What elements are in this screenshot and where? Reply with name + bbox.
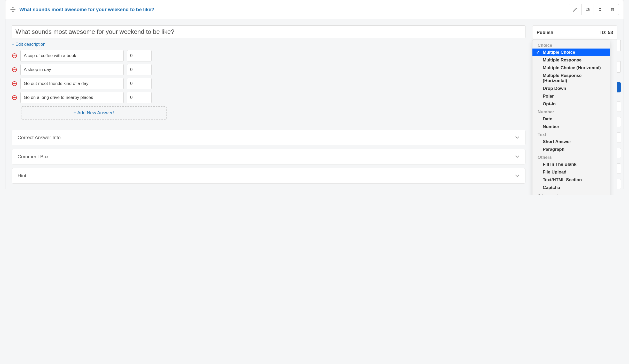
accordion-correct-answer-info[interactable]: Correct Answer Info (12, 130, 525, 145)
hidden-select-edge (617, 61, 621, 73)
answers-list (12, 50, 525, 103)
dropdown-item[interactable]: Multiple Response (532, 56, 610, 64)
accordion-hint[interactable]: Hint (12, 168, 525, 184)
chevron-down-icon (515, 174, 520, 177)
answer-text-input[interactable] (20, 78, 124, 89)
svg-rect-0 (587, 9, 589, 11)
answer-points-input[interactable] (127, 50, 152, 61)
card-header: What sounds most awesome for your weeken… (5, 0, 624, 19)
answer-text-input[interactable] (20, 64, 124, 75)
dropdown-group-label: Choice (532, 41, 610, 49)
dropdown-item[interactable]: Date (532, 115, 610, 123)
dropdown-item[interactable]: Opt-in (532, 100, 610, 108)
hidden-panel-edge (617, 163, 621, 174)
dropdown-item[interactable]: Captcha (532, 184, 610, 192)
dropdown-item[interactable]: Short Answer (532, 138, 610, 146)
duplicate-button[interactable] (581, 4, 594, 15)
dropdown-item[interactable]: Paragraph (532, 146, 610, 153)
remove-circle-icon (12, 67, 17, 73)
main-column: + Edit description (12, 25, 525, 184)
hidden-panel-edge (617, 101, 621, 112)
question-title-input[interactable] (12, 25, 525, 38)
dropdown-item[interactable]: Fill In The Blank (532, 161, 610, 168)
accordion-label: Comment Box (18, 154, 49, 160)
dropdown-item[interactable]: Text/HTML Section (532, 176, 610, 184)
hidden-save-button-edge (617, 82, 621, 92)
delete-button[interactable] (606, 4, 619, 15)
add-answer-button[interactable]: + Add New Answer! (21, 106, 167, 120)
dropdown-item[interactable]: Multiple Response (Horizontal) (532, 72, 610, 85)
svg-rect-1 (586, 8, 588, 10)
question-card: What sounds most awesome for your weeken… (5, 0, 624, 190)
remove-answer-button[interactable] (12, 95, 17, 100)
remove-circle-icon (12, 81, 17, 86)
question-id-label: ID: 53 (600, 30, 613, 35)
hidden-panel-edge (617, 179, 621, 189)
dropdown-group-label: Advanced (532, 192, 610, 195)
card-body: + Edit description (5, 19, 624, 190)
question-title-link[interactable]: What sounds most awesome for your weeken… (19, 7, 154, 12)
dropdown-item[interactable]: Drop Down (532, 85, 610, 92)
accordion-label: Hint (18, 173, 26, 179)
answer-points-input[interactable] (127, 92, 152, 103)
hidden-panel-edge (617, 117, 621, 127)
collapse-icon (598, 8, 602, 11)
dropdown-item[interactable]: Multiple Choice (Horizontal) (532, 64, 610, 72)
hidden-panel-edge (617, 148, 621, 158)
pencil-icon (573, 7, 578, 12)
copy-icon (585, 7, 590, 12)
answer-row (12, 92, 525, 103)
hidden-panel-edge (617, 132, 621, 143)
answer-text-input[interactable] (20, 92, 124, 103)
chevron-down-icon (515, 136, 520, 139)
dropdown-item[interactable]: File Upload (532, 168, 610, 176)
side-column: Publish ID: 53 ChoiceMultiple ChoiceMult… (532, 25, 617, 184)
remove-circle-icon (12, 95, 17, 100)
answer-text-input[interactable] (20, 50, 124, 61)
edit-description-link[interactable]: + Edit description (12, 42, 45, 47)
edit-button[interactable] (569, 4, 581, 15)
accordion-label: Correct Answer Info (18, 135, 61, 140)
remove-answer-button[interactable] (12, 53, 17, 59)
dropdown-item[interactable]: Multiple Choice (532, 49, 610, 56)
remove-circle-icon (12, 53, 17, 59)
dropdown-group-label: Number (532, 108, 610, 115)
header-toolbar (569, 4, 619, 15)
answer-row (12, 78, 525, 89)
question-type-dropdown[interactable]: ChoiceMultiple ChoiceMultiple ResponseMu… (532, 39, 610, 195)
dropdown-group-label: Others (532, 153, 610, 161)
remove-answer-button[interactable] (12, 81, 17, 86)
answer-points-input[interactable] (127, 78, 152, 89)
publish-panel: Publish ID: 53 ChoiceMultiple ChoiceMult… (532, 25, 617, 40)
accordions: Correct Answer Info Comment Box Hint (12, 130, 525, 184)
hidden-select-edge (617, 40, 621, 51)
dropdown-item[interactable]: Polar (532, 92, 610, 100)
remove-answer-button[interactable] (12, 67, 17, 73)
dropdown-group-label: Text (532, 131, 610, 138)
accordion-comment-box[interactable]: Comment Box (12, 149, 525, 164)
trash-icon (610, 7, 615, 12)
answer-row (12, 64, 525, 75)
chevron-down-icon (515, 155, 520, 158)
publish-label: Publish (537, 30, 553, 35)
dropdown-item[interactable]: Number (532, 123, 610, 131)
drag-handle-icon[interactable] (10, 7, 16, 12)
answer-points-input[interactable] (127, 64, 152, 75)
collapse-button[interactable] (594, 4, 606, 15)
answer-row (12, 50, 525, 61)
